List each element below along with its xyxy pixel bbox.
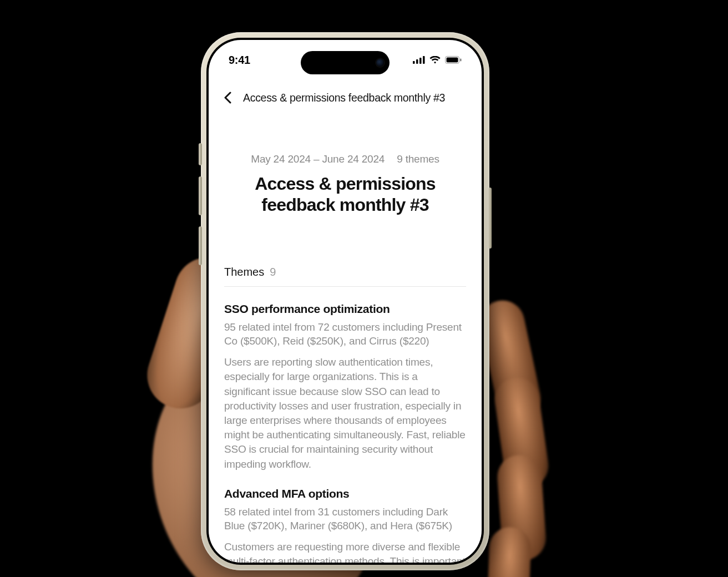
cellular-signal-icon <box>413 56 425 64</box>
nav-header: Access & permissions feedback monthly #3 <box>209 84 482 111</box>
dynamic-island <box>301 51 390 74</box>
svg-rect-6 <box>460 59 462 62</box>
date-range: May 24 2024 – June 24 2024 <box>251 153 385 165</box>
phone-screen: 9:41 <box>209 40 482 563</box>
theme-subtitle: 95 related intel from 72 customers inclu… <box>224 320 466 348</box>
front-camera-icon <box>376 59 384 67</box>
theme-body: Users are reporting slow authentication … <box>224 355 466 472</box>
theme-title: SSO performance optimization <box>224 302 466 316</box>
chevron-left-icon <box>224 92 231 104</box>
svg-rect-2 <box>419 58 422 64</box>
nav-title: Access & permissions feedback monthly #3 <box>243 92 445 104</box>
page-title: Access & permissions feedback monthly #3 <box>224 173 466 216</box>
wifi-icon <box>429 56 441 64</box>
svg-rect-3 <box>423 56 425 64</box>
back-button[interactable] <box>220 90 235 105</box>
meta-row: May 24 2024 – June 24 2024 9 themes <box>224 153 466 165</box>
theme-item[interactable]: Advanced MFA options 58 related intel fr… <box>224 487 466 563</box>
theme-item[interactable]: SSO performance optimization 95 related … <box>224 302 466 472</box>
content-scroll[interactable]: May 24 2024 – June 24 2024 9 themes Acce… <box>209 118 482 563</box>
status-time: 9:41 <box>229 54 250 67</box>
theme-subtitle: 58 related intel from 31 customers inclu… <box>224 505 466 533</box>
svg-rect-1 <box>416 59 418 64</box>
themes-label: Themes <box>224 266 264 279</box>
svg-rect-5 <box>447 58 458 63</box>
svg-rect-0 <box>413 61 415 64</box>
themes-section-header: Themes 9 <box>224 266 466 287</box>
battery-icon <box>445 56 462 64</box>
phone-frame: 9:41 <box>201 32 489 570</box>
themes-summary: 9 themes <box>397 153 439 165</box>
theme-title: Advanced MFA options <box>224 487 466 500</box>
themes-count: 9 <box>270 266 276 279</box>
theme-body: Customers are requesting more diverse an… <box>224 540 466 563</box>
